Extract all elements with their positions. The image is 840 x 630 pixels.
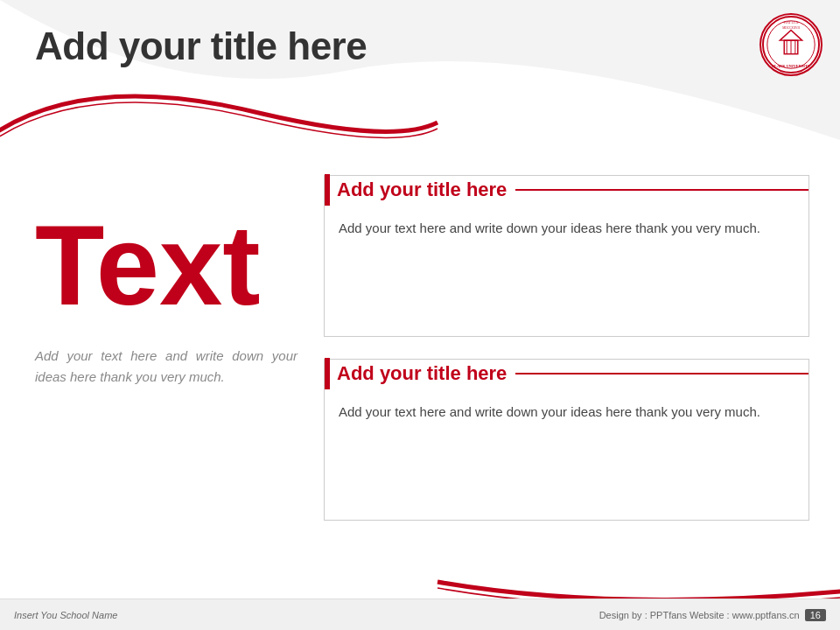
card-bottom-title-text: Add your title here	[337, 362, 507, 385]
card-bottom-title-row: Add your title here	[325, 358, 808, 389]
logo-circle: CLARK UNIVERSITY FIAT LUX MDCCXXVII	[760, 13, 822, 76]
card-top-title-line	[515, 189, 808, 191]
card-top: Add your title here Add your text here a…	[324, 175, 809, 337]
university-logo: CLARK UNIVERSITY FIAT LUX MDCCXXVII	[760, 13, 822, 76]
svg-text:FIAT LUX: FIAT LUX	[783, 21, 798, 24]
card-bottom: Add your title here Add your text here a…	[324, 359, 809, 521]
card-bottom-body: Add your text here and write down your i…	[339, 402, 794, 424]
footer-school-name: Insert You School Name	[14, 610, 117, 620]
left-body-text: Add your text here and write down your i…	[35, 346, 298, 388]
card-top-title-text: Add your title here	[337, 178, 507, 201]
footer: Insert You School Name Design by : PPTfa…	[0, 598, 840, 630]
big-text-label: Text	[35, 208, 261, 322]
footer-right: Design by : PPTfans Website : www.pptfan…	[599, 609, 826, 621]
svg-text:MDCCXXVII: MDCCXXVII	[782, 26, 800, 30]
card-top-title-bar	[325, 174, 330, 206]
card-top-title-row: Add your title here	[325, 174, 808, 206]
card-bottom-title-bar	[325, 358, 330, 389]
card-top-body: Add your text here and write down your i…	[339, 218, 794, 240]
svg-text:CLARK UNIVERSITY: CLARK UNIVERSITY	[772, 64, 811, 68]
top-swoosh	[0, 0, 840, 158]
slide: Add your title here CLARK UNIVERSITY FIA…	[0, 0, 840, 630]
main-title: Add your title here	[35, 24, 367, 68]
card-bottom-title-line	[515, 373, 808, 374]
page-number: 16	[805, 609, 826, 621]
footer-credit: Design by : PPTfans Website : www.pptfan…	[599, 610, 800, 620]
